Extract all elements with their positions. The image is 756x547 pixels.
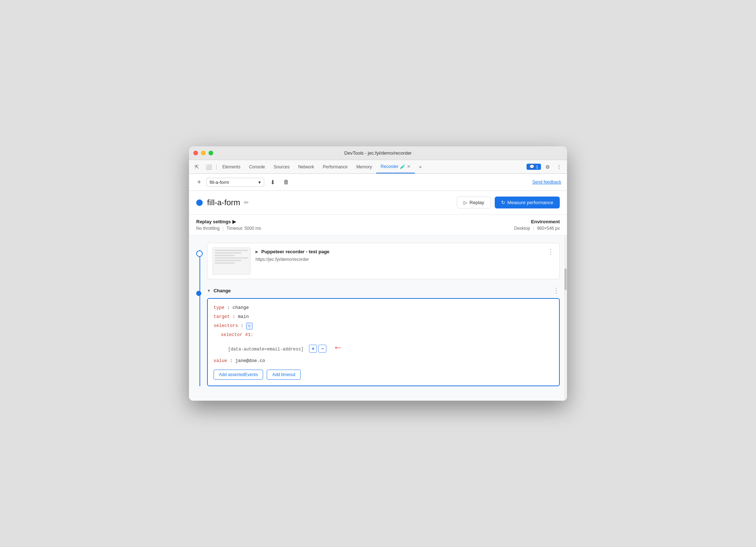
- close-button[interactable]: [193, 151, 198, 155]
- tab-recorder[interactable]: Recorder 🧪 ✕: [376, 160, 414, 173]
- tab-memory[interactable]: Memory: [352, 160, 376, 173]
- step-1-expand-icon[interactable]: ▶: [255, 250, 258, 254]
- step-1-text: ▶ Puppeteer recorder - test page ⋮ https…: [255, 247, 554, 262]
- code-value-key: value: [214, 358, 227, 363]
- environment-values: Desktop | 960×546 px: [514, 226, 560, 231]
- thumb-line-3: [215, 255, 235, 256]
- timeline: ▶ Puppeteer recorder - test page ⋮ https…: [196, 243, 560, 386]
- step-1-url: https://jec.fyi/demo/recorder: [255, 257, 554, 262]
- add-selector-button[interactable]: +: [309, 345, 317, 353]
- code-selector-value: [data-automate=email-address]: [228, 347, 304, 352]
- step-1: ▶ Puppeteer recorder - test page ⋮ https…: [207, 243, 560, 279]
- environment-title: Environment: [514, 219, 560, 224]
- chat-badge[interactable]: 💬 1: [527, 164, 541, 170]
- devtools-tabs-bar: ⇱ ⬜ | Elements Console Sources Network P…: [189, 160, 567, 174]
- code-selectors-line: selectors : ⇱: [214, 323, 553, 330]
- step-1-title: Puppeteer recorder - test page: [261, 249, 330, 254]
- thumb-line-5: [215, 260, 241, 261]
- recording-actions: ▷ Replay ↻ Measure performance: [457, 197, 560, 208]
- replay-button[interactable]: ▷ Replay: [457, 197, 491, 208]
- tab-network[interactable]: Network: [294, 160, 318, 173]
- step-1-dot: [196, 250, 203, 257]
- code-selectors-key: selectors: [214, 323, 238, 328]
- replay-settings-title: Replay settings ▶: [196, 219, 514, 224]
- code-selector-value-line: [data-automate=email-address] + − ←: [214, 340, 553, 356]
- recording-header: fill-a-form ✏ ▷ Replay ↻ Measure perform…: [189, 191, 567, 215]
- thumb-line-4: [215, 257, 248, 259]
- selectors-tag[interactable]: ⇱: [246, 323, 253, 330]
- steps-area: ▶ Puppeteer recorder - test page ⋮ https…: [189, 236, 567, 401]
- traffic-lights: [193, 151, 213, 155]
- code-selector-num-line: selector #1:: [214, 332, 553, 339]
- step-2-expand-icon[interactable]: ▼: [207, 289, 211, 293]
- code-target-val: main: [238, 314, 249, 319]
- replay-settings-section: Replay settings ▶ No throttling | Timeou…: [196, 219, 514, 231]
- tab-console[interactable]: Console: [245, 160, 269, 173]
- title-bar: DevTools - jec.fyi/demo/recorder: [189, 146, 567, 160]
- scroll-track: [564, 236, 567, 401]
- maximize-button[interactable]: [209, 151, 213, 155]
- settings-bar: Replay settings ▶ No throttling | Timeou…: [189, 215, 567, 236]
- devtools-window: DevTools - jec.fyi/demo/recorder ⇱ ⬜ | E…: [189, 146, 567, 401]
- step-2-change: ▼ Change ⋮ type : change target: [207, 287, 560, 386]
- tab-separator-1: |: [216, 164, 217, 170]
- recorder-toolbar: + fill-a-form ▾ ⬇ 🗑 Send feedback: [189, 174, 567, 191]
- recorder-beaker-icon: 🧪: [400, 164, 405, 169]
- add-timeout-button[interactable]: Add timeout: [267, 370, 301, 380]
- code-value-line: value : jane@doe.co: [214, 358, 553, 365]
- code-target-key: target: [214, 314, 230, 319]
- step-2-dot: [196, 291, 201, 296]
- device-icon[interactable]: ⬜: [203, 162, 214, 172]
- more-options-icon[interactable]: ⋮: [554, 162, 564, 172]
- settings-divider: |: [223, 226, 224, 231]
- chevron-down-icon: ▾: [258, 180, 261, 185]
- code-target-line: target : main: [214, 314, 553, 320]
- step-2-menu-icon[interactable]: ⋮: [553, 287, 560, 294]
- tab-sources[interactable]: Sources: [269, 160, 294, 173]
- window-title: DevTools - jec.fyi/demo/recorder: [344, 150, 412, 156]
- chat-icon: 💬: [529, 164, 534, 169]
- expand-settings-icon[interactable]: ▶: [232, 219, 236, 224]
- remove-selector-button[interactable]: −: [318, 345, 326, 353]
- recording-name-select[interactable]: fill-a-form ▾: [206, 178, 264, 187]
- tab-toolbar-icons: ⇱ ⬜ |: [192, 162, 218, 172]
- delete-button[interactable]: 🗑: [281, 177, 292, 188]
- cursor-icon[interactable]: ⇱: [192, 162, 202, 172]
- thumb-line-1: [215, 250, 248, 251]
- code-type-line: type : change: [214, 305, 553, 311]
- code-value-val: jane@doe.co: [235, 358, 265, 363]
- step-1-menu-icon[interactable]: ⋮: [547, 247, 554, 255]
- measure-performance-button[interactable]: ↻ Measure performance: [495, 197, 560, 208]
- recording-title: fill-a-form: [207, 198, 240, 207]
- code-selector-num-key: selector #1:: [221, 332, 253, 337]
- tabs-right-actions: 💬 1 ⚙ ⋮: [527, 162, 564, 172]
- code-type-val: change: [233, 305, 249, 310]
- tab-more[interactable]: »: [415, 160, 426, 173]
- thumb-line-6: [215, 262, 235, 264]
- cursor-selector-icon: ⇱: [248, 323, 250, 329]
- replay-play-icon: ▷: [464, 200, 467, 205]
- tab-performance[interactable]: Performance: [318, 160, 352, 173]
- replay-settings-values: No throttling | Timeout: 5000 ms: [196, 226, 514, 231]
- measure-icon: ↻: [501, 200, 505, 205]
- main-content: fill-a-form ✏ ▷ Replay ↻ Measure perform…: [189, 191, 567, 401]
- thumb-line-2: [215, 252, 241, 254]
- add-asserted-events-button[interactable]: Add assertedEvents: [214, 370, 263, 380]
- scroll-thumb[interactable]: [564, 268, 567, 290]
- recording-status-dot: [196, 199, 203, 206]
- step-1-container: ▶ Puppeteer recorder - test page ⋮ https…: [207, 243, 560, 279]
- env-divider: |: [533, 226, 534, 231]
- add-recording-button[interactable]: +: [195, 178, 203, 186]
- red-arrow-indicator: ←: [335, 340, 341, 356]
- code-type-key: type: [214, 305, 224, 310]
- minimize-button[interactable]: [201, 151, 206, 155]
- environment-section: Environment Desktop | 960×546 px: [514, 219, 560, 231]
- send-feedback-link[interactable]: Send feedback: [532, 180, 561, 185]
- tab-close-icon[interactable]: ✕: [407, 164, 411, 169]
- add-remove-buttons: + −: [309, 345, 326, 353]
- settings-icon[interactable]: ⚙: [542, 162, 553, 172]
- edit-title-icon[interactable]: ✏: [244, 199, 249, 206]
- download-button[interactable]: ⬇: [267, 177, 278, 188]
- step-2-title: Change: [214, 288, 231, 293]
- tab-elements[interactable]: Elements: [218, 160, 245, 173]
